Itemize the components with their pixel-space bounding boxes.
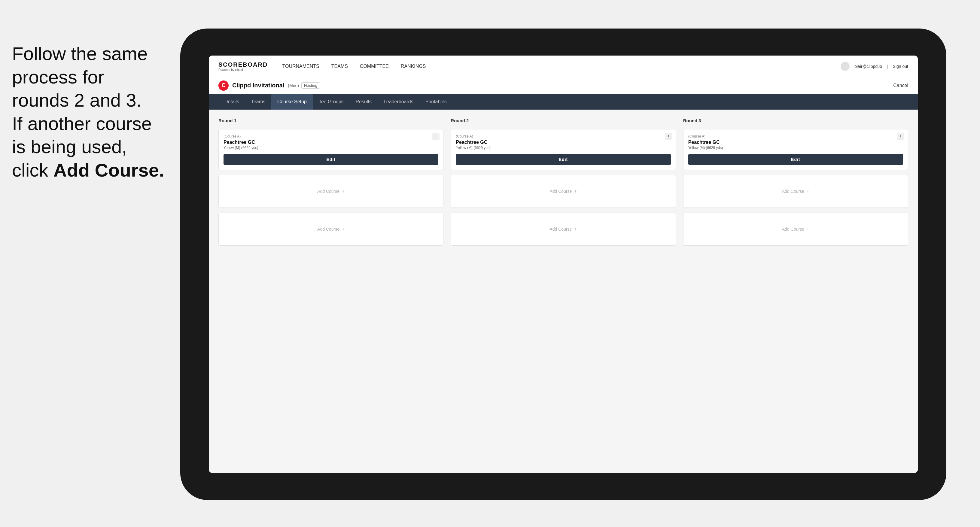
round-3-course-name: Peachtree GC	[688, 140, 903, 145]
round-2-course-name: Peachtree GC	[456, 140, 671, 145]
round-2-add-course-2[interactable]: Add Course +	[451, 213, 676, 246]
sign-out-link[interactable]: Sign out	[893, 64, 908, 69]
tab-tee-groups[interactable]: Tee Groups	[313, 94, 350, 110]
round-1-column: Round 1 ⋮ (Course A) Peachtree GC Yellow…	[218, 118, 444, 246]
event-name: Clippd Invitational	[232, 82, 284, 89]
round-1-add-course-2[interactable]: Add Course +	[218, 213, 444, 246]
tab-printables[interactable]: Printables	[419, 94, 453, 110]
tablet-device: SCOREBOARD Powered by clippd TOURNAMENTS…	[180, 29, 947, 500]
round-1-label: Round 1	[218, 118, 444, 123]
round-3-course-detail: Yellow (M) (6629 yds)	[688, 146, 903, 150]
round-1-add-course-label-2: Add Course +	[317, 226, 345, 232]
instruction-text: Follow the same process for rounds 2 and…	[0, 42, 204, 182]
event-sub: (Men)	[288, 83, 299, 88]
round-2-edit-button[interactable]: Edit	[456, 154, 671, 165]
logo-main: SCOREBOARD	[218, 61, 268, 68]
round-2-course-detail: Yellow (M) (6629 yds)	[456, 146, 671, 150]
round-3-edit-button[interactable]: Edit	[688, 154, 903, 165]
top-nav: SCOREBOARD Powered by clippd TOURNAMENTS…	[209, 56, 918, 77]
round-3-course-tag: (Course A)	[688, 134, 903, 138]
round-2-column: Round 2 ⋮ (Course A) Peachtree GC Yellow…	[451, 118, 676, 246]
user-avatar	[841, 62, 850, 71]
round-3-add-course-2[interactable]: Add Course +	[683, 213, 908, 246]
round-2-course-tag: (Course A)	[456, 134, 671, 138]
round-3-label: Round 3	[683, 118, 908, 123]
round-1-add-course-label-1: Add Course +	[317, 189, 345, 194]
sub-header: C Clippd Invitational (Men) Hosting Canc…	[209, 77, 918, 94]
user-email: blair@clippd.io	[854, 64, 882, 69]
tab-teams[interactable]: Teams	[245, 94, 271, 110]
scoreboard-logo: SCOREBOARD Powered by clippd	[218, 61, 268, 71]
round-1-add-course-1[interactable]: Add Course +	[218, 175, 444, 208]
round-1-course-card: ⋮ (Course A) Peachtree GC Yellow (M) (66…	[218, 129, 444, 170]
nav-tournaments[interactable]: TOURNAMENTS	[282, 62, 319, 70]
round-3-add-course-label-1: Add Course +	[782, 189, 809, 194]
round-2-action-icon[interactable]: ⋮	[665, 133, 672, 140]
nav-rankings[interactable]: RANKINGS	[401, 62, 426, 70]
tablet-screen: SCOREBOARD Powered by clippd TOURNAMENTS…	[209, 56, 918, 473]
round-2-course-card: ⋮ (Course A) Peachtree GC Yellow (M) (66…	[451, 129, 676, 170]
round-3-course-card: ⋮ (Course A) Peachtree GC Yellow (M) (66…	[683, 129, 908, 170]
logo-sub: Powered by clippd	[218, 68, 268, 71]
hosting-badge: Hosting	[301, 82, 320, 89]
round-2-add-course-label-2: Add Course +	[549, 226, 577, 232]
nav-links: TOURNAMENTS TEAMS COMMITTEE RANKINGS	[282, 62, 840, 70]
tab-leaderboards[interactable]: Leaderboards	[378, 94, 419, 110]
round-1-course-detail: Yellow (M) (6629 yds)	[224, 146, 438, 150]
round-3-column: Round 3 ⋮ (Course A) Peachtree GC Yellow…	[683, 118, 908, 246]
round-3-add-course-label-2: Add Course +	[782, 226, 809, 232]
round-2-add-course-label-1: Add Course +	[549, 189, 577, 194]
nav-committee[interactable]: COMMITTEE	[360, 62, 389, 70]
round-1-edit-button[interactable]: Edit	[224, 154, 438, 165]
tab-results[interactable]: Results	[350, 94, 378, 110]
round-1-course-name: Peachtree GC	[224, 140, 438, 145]
nav-teams[interactable]: TEAMS	[331, 62, 348, 70]
brand-icon: C	[218, 81, 229, 91]
tab-bar: Details Teams Course Setup Tee Groups Re…	[209, 94, 918, 110]
round-2-label: Round 2	[451, 118, 676, 123]
round-3-add-course-1[interactable]: Add Course +	[683, 175, 908, 208]
rounds-grid: Round 1 ⋮ (Course A) Peachtree GC Yellow…	[218, 118, 908, 246]
round-1-course-tag: (Course A)	[224, 134, 438, 138]
nav-right: blair@clippd.io | Sign out	[841, 62, 908, 71]
cancel-button[interactable]: Cancel	[893, 83, 908, 88]
round-1-action-icon[interactable]: ⋮	[432, 133, 439, 140]
tab-details[interactable]: Details	[218, 94, 245, 110]
tab-course-setup[interactable]: Course Setup	[271, 94, 313, 110]
round-3-action-icon[interactable]: ⋮	[897, 133, 904, 140]
round-2-add-course-1[interactable]: Add Course +	[451, 175, 676, 208]
content-area: Round 1 ⋮ (Course A) Peachtree GC Yellow…	[209, 110, 918, 473]
